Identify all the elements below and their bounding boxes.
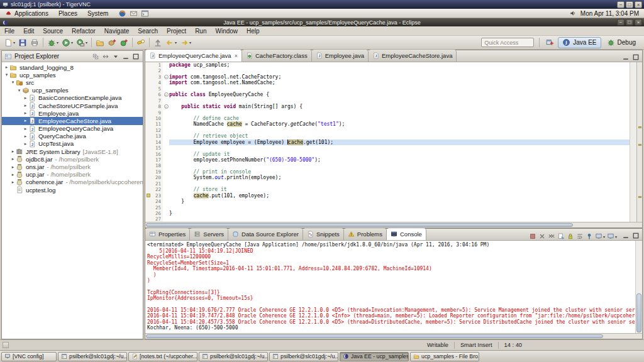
view-tab-servers[interactable]: Servers [190, 228, 228, 240]
menu-window[interactable]: Window [211, 26, 242, 35]
expand-arrow-icon[interactable]: ▸ [23, 134, 28, 139]
tree-item[interactable]: ▸JQueryCache.java [2, 133, 143, 140]
panel-menu-places[interactable]: Places [53, 9, 82, 18]
expand-arrow-icon[interactable]: ▸ [10, 172, 16, 177]
fold-collapse-icon[interactable]: − [164, 92, 169, 97]
collapse-arrow-icon[interactable]: ▾ [10, 80, 16, 85]
taskbar-window-button[interactable]: psilberk@slc01gdj:~/u... [58, 352, 127, 361]
taskbar-window-button[interactable]: psilberk@slc01gdj:~/u... [199, 352, 268, 361]
expand-arrow-icon[interactable]: ▸ [23, 126, 28, 131]
remove-all-terminated-launches-button[interactable] [548, 233, 555, 240]
editor-tab[interactable]: JEmployee.java [312, 50, 369, 62]
code-line[interactable]: 10 // define cache [145, 116, 630, 121]
code-line[interactable]: 14 Employee employee = (Employee) cache.… [145, 140, 630, 145]
open-console-button[interactable]: ▾ [607, 233, 617, 240]
editor-horizontal-scrollbar[interactable] [145, 222, 642, 228]
expand-arrow-icon[interactable]: ▸ [10, 156, 16, 162]
console-output[interactable]: 5|2016-04-11 15:04:19.12|JOINEDRecycleMi… [145, 248, 642, 331]
tree-item[interactable]: ucptest.log [2, 186, 143, 194]
menu-search[interactable]: Search [133, 26, 162, 35]
volume-icon[interactable] [569, 9, 577, 17]
expand-arrow-icon[interactable]: ▸ [23, 141, 28, 146]
overview-ruler-mark[interactable] [638, 196, 641, 198]
tree-item[interactable]: ▸ojdbc8.jar- /home/psilberk [2, 155, 143, 163]
minimize-editor-button[interactable] [621, 53, 630, 62]
minimize-panel-button[interactable] [621, 231, 630, 240]
tree-item[interactable]: ▸coherence.jar- /home/psilberk/ucpcohere… [2, 178, 143, 186]
last-edit-location-button[interactable] [152, 37, 164, 48]
expand-arrow-icon[interactable]: ▸ [10, 165, 16, 170]
menu-navigate[interactable]: Navigate [100, 26, 133, 35]
quick-access-input[interactable]: Quick Access [481, 38, 534, 47]
minimize-view-button[interactable] [121, 52, 130, 61]
expand-arrow-icon[interactable]: ▸ [4, 65, 9, 70]
eclipse-maximize-button[interactable]: □ [626, 19, 633, 26]
tree-item[interactable]: ▸JEmployeeQueryCache.java [2, 125, 143, 133]
fold-column[interactable]: − [163, 74, 169, 80]
expand-arrow-icon[interactable]: ▸ [23, 118, 28, 123]
code-line[interactable]: 22 // store it [145, 187, 630, 192]
code-line[interactable]: 17 employee.setPhoneNumber("(650)-500-50… [145, 157, 630, 163]
code-line[interactable]: 8− public static void main(String[] args… [145, 104, 630, 109]
panel-menu-applications[interactable]: Applications [0, 9, 53, 18]
search-button[interactable] [135, 37, 147, 48]
collapse-all-button[interactable] [91, 52, 100, 61]
console-vertical-scrollbar[interactable] [635, 241, 642, 333]
code-line[interactable]: 23 cache.put(101, employee); [145, 193, 630, 199]
code-line[interactable]: 13 // retrieve object [145, 133, 630, 139]
tree-item[interactable]: ▸JUcpTest.java [2, 140, 143, 148]
code-line[interactable]: 15 [145, 145, 630, 151]
expand-arrow-icon[interactable]: ▸ [23, 96, 28, 101]
menu-help[interactable]: Help [242, 26, 264, 35]
clock[interactable]: Mon Apr 11, 3:04 PM [580, 10, 639, 17]
code-line[interactable]: 16 // update it [145, 151, 630, 157]
overview-ruler-mark[interactable] [638, 126, 641, 128]
menu-run[interactable]: Run [191, 26, 211, 35]
word-wrap-button[interactable] [576, 233, 584, 240]
code-line[interactable]: 6−public class EmployeeQueryCache { [145, 92, 630, 97]
code-line[interactable]: 27 [145, 216, 630, 222]
tree-item[interactable]: ▾src [2, 79, 143, 86]
perspective-java-ee[interactable]: JJava EE [558, 37, 601, 48]
maximize-view-button[interactable] [131, 52, 140, 61]
code-line[interactable]: 3−import com.tangosol.net.CacheFactory; [145, 74, 630, 80]
view-tab-console[interactable]: Console [387, 228, 426, 240]
code-line[interactable]: 11 NamedCache cache = CacheFactory.getCa… [145, 121, 630, 127]
tree-item[interactable]: ▸JEmployeeCacheStore.java [2, 117, 143, 124]
link-with-editor-button[interactable] [101, 52, 110, 61]
code-line[interactable]: 26} [145, 211, 630, 216]
external-tools-button[interactable]: ▾ [75, 37, 89, 48]
menu-edit[interactable]: Edit [19, 26, 38, 35]
code-line[interactable]: 25 [145, 205, 630, 211]
scrollbar-thumb[interactable] [146, 334, 603, 338]
clear-console-button[interactable] [557, 233, 565, 240]
run-button[interactable]: ▾ [60, 37, 74, 48]
vnc-close-button[interactable]: × [635, 1, 642, 8]
collapse-arrow-icon[interactable]: ▾ [4, 72, 9, 77]
code-line[interactable]: 5 [145, 86, 630, 92]
overview-ruler[interactable] [636, 62, 642, 222]
expand-arrow-icon[interactable]: ▸ [10, 149, 16, 154]
terminate-button[interactable] [529, 233, 536, 240]
tree-item[interactable]: ▸ucp.jar- /home/psilberk [2, 171, 143, 178]
fold-collapse-icon[interactable]: − [164, 104, 169, 109]
vnc-minimize-button[interactable]: − [617, 1, 625, 8]
editor-tab[interactable]: CacheFactory.class [242, 50, 312, 62]
fold-column[interactable]: − [163, 104, 169, 109]
panel-menu-system[interactable]: System [82, 9, 113, 18]
code-line[interactable]: 24 } [145, 199, 630, 204]
new-java-project-button[interactable] [94, 37, 106, 48]
fold-collapse-icon[interactable]: − [164, 75, 169, 79]
taskbar-window-button[interactable]: psilberk@slc01gdj:~/u... [269, 352, 338, 361]
tree-item[interactable]: ▾ucp_samples [2, 71, 143, 79]
new-button[interactable]: ▾ [3, 37, 16, 48]
print-button[interactable] [29, 37, 40, 48]
expand-arrow-icon[interactable]: ▸ [10, 180, 16, 185]
code-area[interactable]: 1package ucp_samples;23−import com.tango… [145, 62, 630, 222]
new-class-button[interactable] [118, 37, 130, 48]
forward-button[interactable]: ▾ [179, 37, 192, 48]
pin-console-button[interactable] [586, 233, 593, 240]
code-line[interactable]: 4import com.tangosol.net.NamedCache; [145, 80, 630, 85]
maximize-panel-button[interactable] [631, 231, 640, 240]
eclipse-close-button[interactable]: × [635, 19, 642, 26]
